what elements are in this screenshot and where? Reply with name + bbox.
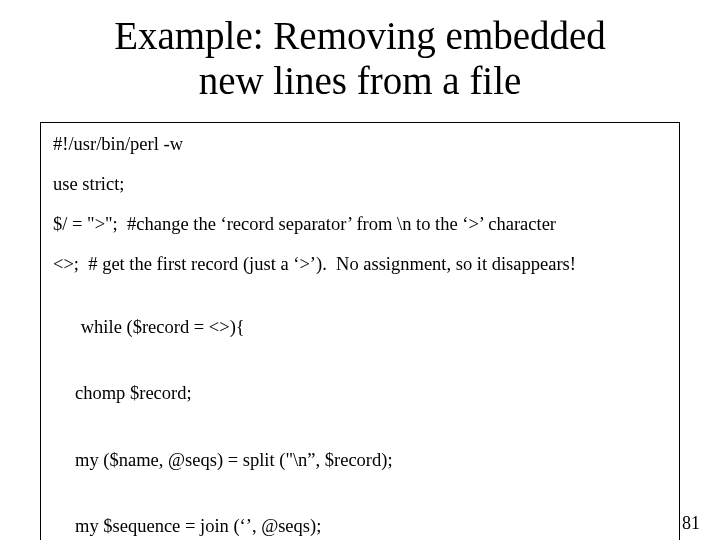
code-use-strict: use strict; xyxy=(53,173,667,195)
code-separator: $/ = ">"; #change the ‘record separator’… xyxy=(53,213,667,235)
slide: Example: Removing embedded new lines fro… xyxy=(0,0,720,540)
code-first-record: <>; # get the first record (just a ‘>’).… xyxy=(53,253,667,275)
title-line-1: Example: Removing embedded xyxy=(114,14,606,57)
code-body-split: my ($name, @seqs) = split ("\n”, $record… xyxy=(53,449,667,471)
code-while-block: while ($record = <>){ chomp $record; my … xyxy=(53,293,667,540)
page-number: 81 xyxy=(682,513,700,534)
title-line-2: new lines from a file xyxy=(199,59,522,102)
code-body-chomp: chomp $record; xyxy=(53,382,667,404)
code-box: #!/usr/bin/perl -w use strict; $/ = ">";… xyxy=(40,122,680,540)
code-while-open: while ($record = <>){ xyxy=(81,317,245,337)
code-body-join: my $sequence = join (‘’, @seqs); xyxy=(53,515,667,537)
slide-title: Example: Removing embedded new lines fro… xyxy=(40,14,680,104)
code-shebang: #!/usr/bin/perl -w xyxy=(53,133,667,155)
